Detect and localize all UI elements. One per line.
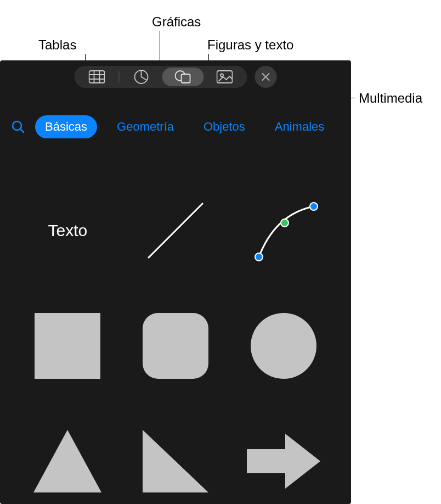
shape-circle[interactable] bbox=[238, 291, 329, 401]
shape-arrow[interactable] bbox=[238, 406, 329, 504]
segment-group bbox=[75, 66, 247, 88]
close-icon bbox=[261, 72, 271, 82]
table-icon bbox=[89, 70, 105, 83]
toolbar bbox=[75, 66, 277, 88]
media-tab[interactable] bbox=[204, 68, 246, 86]
shapes-grid: Texto bbox=[0, 165, 351, 504]
close-button[interactable] bbox=[255, 66, 277, 88]
square-icon bbox=[32, 310, 103, 382]
insert-panel: Básicas Geometría Objetos Animales Texto bbox=[0, 60, 351, 504]
svg-rect-7 bbox=[182, 74, 190, 83]
chart-icon bbox=[134, 69, 149, 85]
shape-line[interactable] bbox=[130, 176, 222, 285]
callout-graficas: Gráficas bbox=[152, 14, 201, 30]
svg-marker-23 bbox=[247, 434, 320, 489]
media-icon bbox=[217, 70, 233, 83]
shape-triangle[interactable] bbox=[22, 406, 114, 504]
svg-marker-21 bbox=[33, 430, 101, 492]
svg-point-9 bbox=[220, 74, 223, 77]
callout-figuras: Figuras y texto bbox=[207, 37, 293, 53]
charts-tab[interactable] bbox=[121, 68, 162, 86]
circle-icon bbox=[248, 310, 319, 382]
svg-marker-22 bbox=[143, 430, 208, 492]
shape-square[interactable] bbox=[22, 291, 114, 401]
category-animales[interactable]: Animales bbox=[265, 115, 334, 138]
svg-rect-0 bbox=[89, 71, 105, 83]
triangle-icon bbox=[29, 425, 106, 497]
svg-rect-19 bbox=[143, 313, 208, 379]
arrow-icon bbox=[242, 428, 325, 494]
svg-rect-18 bbox=[35, 313, 100, 379]
curve-icon bbox=[245, 192, 322, 269]
rounded-square-icon bbox=[140, 310, 211, 382]
search-icon[interactable] bbox=[11, 120, 25, 134]
callout-multimedia: Multimedia bbox=[359, 91, 422, 106]
shapes-icon bbox=[174, 69, 192, 85]
line-icon bbox=[137, 192, 214, 269]
right-triangle-icon bbox=[137, 425, 214, 497]
shape-right-triangle[interactable] bbox=[130, 406, 222, 504]
svg-point-17 bbox=[310, 203, 318, 210]
shape-rounded-square[interactable] bbox=[130, 291, 222, 401]
svg-line-14 bbox=[148, 203, 203, 258]
category-objetos[interactable]: Objetos bbox=[194, 115, 255, 138]
svg-point-15 bbox=[255, 253, 263, 261]
category-basicas[interactable]: Básicas bbox=[35, 115, 97, 138]
svg-point-16 bbox=[281, 219, 289, 227]
svg-line-13 bbox=[20, 129, 24, 132]
category-geometria[interactable]: Geometría bbox=[107, 115, 184, 138]
shape-text[interactable]: Texto bbox=[22, 176, 114, 285]
category-bar: Básicas Geometría Objetos Animales bbox=[0, 115, 351, 138]
shape-text-label: Texto bbox=[48, 221, 87, 240]
shape-curve[interactable] bbox=[238, 176, 329, 285]
callout-tablas: Tablas bbox=[38, 37, 76, 53]
svg-point-20 bbox=[251, 313, 316, 379]
shapes-tab[interactable] bbox=[162, 68, 204, 86]
tables-tab[interactable] bbox=[76, 68, 118, 86]
segment-divider bbox=[119, 71, 120, 83]
